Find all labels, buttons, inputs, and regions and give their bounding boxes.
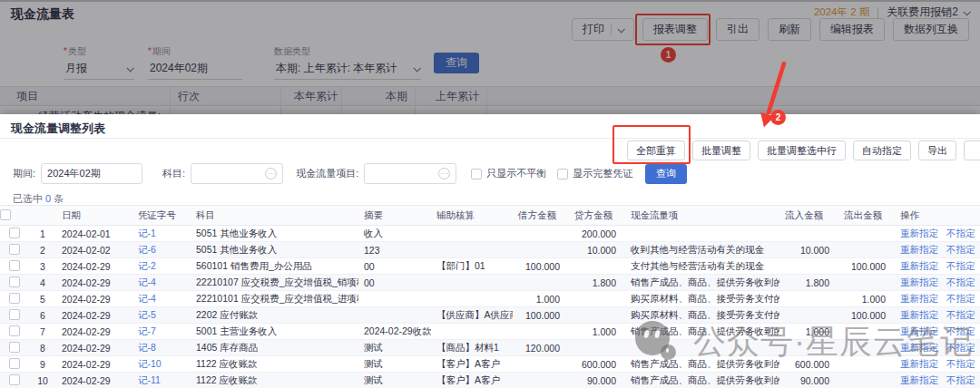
row-outflow xyxy=(838,356,895,373)
clipped-button[interactable] xyxy=(964,141,980,160)
row-outflow xyxy=(838,226,895,242)
voucher-link[interactable]: 记-1 xyxy=(138,228,156,238)
batch-adjust-button[interactable]: 批量调整 xyxy=(692,141,750,160)
row-debit xyxy=(513,226,569,242)
reassign-link[interactable]: 重新指定 xyxy=(900,276,938,287)
reassign-link[interactable]: 重新指定 xyxy=(900,325,938,336)
account-filter-label: 科目: xyxy=(162,167,185,180)
row-date: 2024-02-29 xyxy=(56,373,132,388)
table-row: 82024-02-29记-81405 库存商品测试【商品】材料1120.000重… xyxy=(0,340,980,356)
reassign-link[interactable]: 重新指定 xyxy=(900,260,938,271)
voucher-link[interactable]: 记-4 xyxy=(138,293,156,304)
row-summary: 测试 xyxy=(358,340,431,356)
modal-toolbar: 全部重算 批量调整 批量调整选中行 自动指定 导出 xyxy=(0,141,980,160)
row-summary: 00 xyxy=(358,258,431,275)
modal-query-button[interactable]: 查询 xyxy=(645,164,687,184)
unassign-link[interactable]: 不指定 xyxy=(946,293,975,304)
row-credit xyxy=(569,291,625,307)
row-select-cell xyxy=(0,291,29,307)
show-full-voucher-label: 显示完整凭证 xyxy=(573,167,632,180)
row-account: 2202 应付账款 xyxy=(191,307,358,324)
unassign-link[interactable]: 不指定 xyxy=(946,276,975,287)
lookup-icon[interactable]: ⋯ xyxy=(265,168,277,179)
voucher-link[interactable]: 记-2 xyxy=(138,260,156,271)
select-all-checkbox[interactable] xyxy=(0,209,11,220)
unassign-link[interactable]: 不指定 xyxy=(946,325,975,336)
modal-filters: 期间: 2024年02期 科目: ⋯ 现金流量项目: ⋯ 只显示不平衡 显示完整… xyxy=(13,163,980,184)
account-filter-input[interactable]: ⋯ xyxy=(191,163,283,184)
row-checkbox[interactable] xyxy=(9,374,20,385)
unassign-link[interactable]: 不指定 xyxy=(946,244,975,255)
unassign-link[interactable]: 不指定 xyxy=(946,260,975,271)
row-checkbox[interactable] xyxy=(9,309,20,320)
auto-assign-button[interactable]: 自动指定 xyxy=(853,141,911,160)
row-checkbox[interactable] xyxy=(9,276,20,287)
export-button[interactable]: 导出 xyxy=(918,141,956,160)
reassign-link[interactable]: 重新指定 xyxy=(900,228,938,238)
voucher-link[interactable]: 记-10 xyxy=(138,358,162,369)
col-summary: 摘要 xyxy=(358,206,431,226)
unassign-link[interactable]: 不指定 xyxy=(946,342,975,353)
row-debit: 1.000 xyxy=(513,291,569,307)
show-full-voucher-checkbox[interactable] xyxy=(557,169,568,179)
row-credit: 1.000 xyxy=(569,324,625,340)
row-index: 3 xyxy=(29,258,56,275)
row-checkbox[interactable] xyxy=(9,325,20,336)
adjustment-table: 日期 凭证字号 科目 摘要 辅助核算 借方金额 贷方金额 现金流量项 流入金额 … xyxy=(0,205,980,388)
row-cashflow-item: 购买原材料、商品、接受劳务支付的现金 xyxy=(625,307,779,324)
only-unbalanced-option[interactable]: 只显示不平衡 xyxy=(471,167,546,180)
reassign-link[interactable]: 重新指定 xyxy=(900,293,938,304)
row-actions: 重新指定不指定 xyxy=(895,258,980,275)
voucher-link[interactable]: 记-7 xyxy=(138,325,156,336)
table-row: 102024-02-29记-111122 应收账款测试【客户】A客户90.000… xyxy=(0,373,980,388)
row-checkbox[interactable] xyxy=(9,293,20,304)
voucher-link[interactable]: 记-11 xyxy=(138,374,161,385)
period-filter-input[interactable]: 2024年02期 xyxy=(41,163,142,184)
lookup-icon[interactable]: ⋯ xyxy=(438,168,450,179)
show-full-voucher-option[interactable]: 显示完整凭证 xyxy=(557,167,632,180)
voucher-link[interactable]: 记-5 xyxy=(138,309,156,320)
row-outflow xyxy=(838,340,895,356)
row-account: 5051 其他业务收入 xyxy=(191,226,358,242)
row-credit: 200.000 xyxy=(569,226,625,242)
row-summary: 测试 xyxy=(358,356,431,373)
cashflow-filter-input[interactable]: ⋯ xyxy=(364,163,456,184)
reassign-link[interactable]: 重新指定 xyxy=(900,309,938,320)
row-debit: 100.000 xyxy=(513,307,569,324)
unassign-link[interactable]: 不指定 xyxy=(946,228,975,238)
row-account: 1122 应收账款 xyxy=(191,356,358,373)
only-unbalanced-checkbox[interactable] xyxy=(471,169,482,179)
unassign-link[interactable]: 不指定 xyxy=(946,374,975,385)
row-account: 1405 库存商品 xyxy=(191,340,358,356)
row-debit xyxy=(513,373,569,388)
row-inflow xyxy=(779,307,838,324)
reassign-link[interactable]: 重新指定 xyxy=(900,244,938,255)
row-checkbox[interactable] xyxy=(9,358,20,369)
row-auxiliary xyxy=(431,226,513,242)
voucher-link[interactable]: 记-6 xyxy=(138,244,156,255)
row-cashflow-item: 收到其他与经营活动有关的现金 xyxy=(625,242,779,258)
row-checkbox[interactable] xyxy=(9,342,20,353)
row-checkbox[interactable] xyxy=(9,260,20,271)
row-auxiliary xyxy=(431,324,513,340)
row-credit: 10.000 xyxy=(569,242,625,258)
recalc-all-button[interactable]: 全部重算 xyxy=(627,141,685,160)
row-summary: 00 xyxy=(358,275,431,291)
col-account: 科目 xyxy=(191,206,358,226)
voucher-link[interactable]: 记-8 xyxy=(138,342,156,353)
unassign-link[interactable]: 不指定 xyxy=(946,358,975,369)
voucher-link[interactable]: 记-4 xyxy=(138,276,156,287)
row-index: 2 xyxy=(29,242,56,258)
modal-title: 现金流量调整列表 xyxy=(11,121,105,137)
unassign-link[interactable]: 不指定 xyxy=(946,309,975,320)
row-auxiliary: 【供应商】A供应商 xyxy=(431,307,513,324)
batch-adjust-selected-button[interactable]: 批量调整选中行 xyxy=(758,141,846,160)
reassign-link[interactable]: 重新指定 xyxy=(900,342,938,353)
row-voucher-cell: 记-11 xyxy=(132,373,191,388)
reassign-link[interactable]: 重新指定 xyxy=(900,374,938,385)
reassign-link[interactable]: 重新指定 xyxy=(900,358,938,369)
row-checkbox[interactable] xyxy=(9,228,20,238)
col-voucher: 凭证字号 xyxy=(132,206,191,226)
row-checkbox[interactable] xyxy=(9,244,20,255)
row-index: 7 xyxy=(29,324,56,340)
